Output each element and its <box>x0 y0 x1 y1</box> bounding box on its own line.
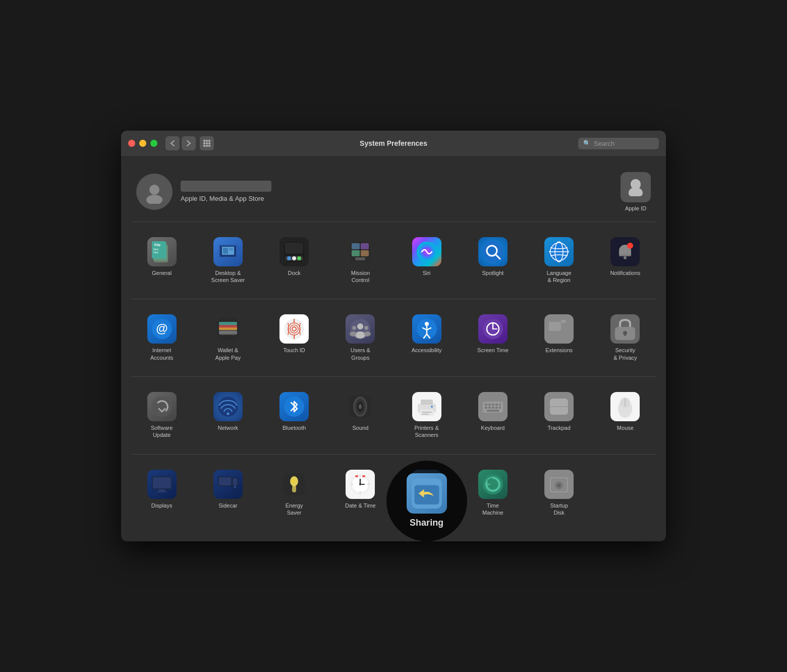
pref-item-wallet[interactable]: Wallet &Apple Pay <box>197 309 258 366</box>
pref-item-datetime[interactable]: Date & Time <box>330 465 391 522</box>
search-input[interactable] <box>594 140 654 147</box>
pref-label-displays: Displays <box>151 502 173 509</box>
pref-item-screentime[interactable]: Screen Time <box>462 309 523 366</box>
timemachine-icon <box>478 470 508 499</box>
svg-point-123 <box>234 486 236 487</box>
close-button[interactable] <box>128 140 135 147</box>
svg-rect-116 <box>153 477 171 488</box>
pref-label-trackpad: Trackpad <box>547 424 570 431</box>
pref-item-sound[interactable]: Sound <box>330 387 391 444</box>
pref-label-wallet: Wallet &Apple Pay <box>215 347 241 361</box>
pref-item-sidecar[interactable]: Sidecar <box>197 465 258 522</box>
forward-button[interactable] <box>182 136 196 150</box>
pref-item-mouse[interactable]: Mouse <box>595 387 656 444</box>
svg-point-130 <box>359 491 361 493</box>
pref-item-keyboard[interactable]: Keyboard <box>462 387 523 444</box>
svg-rect-108 <box>499 407 501 409</box>
pref-item-software[interactable]: SoftwareUpdate <box>131 387 192 444</box>
pref-item-language[interactable]: Language& Region <box>529 232 590 289</box>
svg-point-65 <box>364 331 371 337</box>
user-info: Apple ID, Media & App Store <box>181 181 271 202</box>
pref-item-notifications[interactable]: Notifications <box>595 232 656 289</box>
siri-icon <box>412 237 441 266</box>
svg-rect-6 <box>203 145 205 147</box>
svg-rect-30 <box>361 243 369 249</box>
pref-label-general: General <box>152 269 172 276</box>
pref-label-siri: Siri <box>423 269 431 276</box>
svg-rect-106 <box>492 407 494 409</box>
pref-label-language: Language& Region <box>547 269 572 284</box>
pref-item-displays[interactable]: Displays <box>131 465 192 522</box>
svg-point-67 <box>425 322 429 326</box>
svg-point-61 <box>355 331 365 339</box>
internet-icon: @ <box>147 314 177 344</box>
mission-icon <box>346 237 375 266</box>
pref-label-desktop: Desktop &Screen Saver <box>211 269 245 284</box>
pref-item-extensions[interactable]: Extensions <box>529 309 590 366</box>
pref-item-startup[interactable]: StartupDisk <box>529 465 590 522</box>
pref-item-internet[interactable]: @ InternetAccounts <box>131 309 192 366</box>
pref-item-security[interactable]: Security& Privacy <box>595 309 656 366</box>
pref-item-printers[interactable]: Printers &Scanners <box>396 387 457 444</box>
user-name-bar <box>181 181 271 192</box>
minimize-button[interactable] <box>139 140 146 147</box>
section-network: SoftwareUpdate Network <box>131 387 656 455</box>
svg-point-91 <box>359 404 362 409</box>
svg-rect-21 <box>229 248 233 251</box>
svg-point-148 <box>558 484 560 486</box>
svg-rect-3 <box>203 142 205 144</box>
search-box[interactable]: 🔍 <box>578 138 659 149</box>
system-preferences-window: System Preferences 🔍 Apple ID, Media & A… <box>121 131 666 541</box>
apple-id-icon-box[interactable]: Apple ID <box>621 172 651 211</box>
svg-point-62 <box>352 326 356 330</box>
traffic-lights <box>128 140 157 147</box>
svg-rect-2 <box>208 140 210 142</box>
svg-rect-136 <box>355 475 358 477</box>
mouse-icon <box>610 392 640 421</box>
svg-point-131 <box>351 483 353 485</box>
pref-item-accessibility[interactable]: Accessibility <box>396 309 457 366</box>
keyboard-icon <box>478 392 508 421</box>
pref-item-dock[interactable]: Dock <box>264 232 325 289</box>
pref-item-general[interactable]: File New Ope General <box>131 232 192 289</box>
pref-label-mouse: Mouse <box>617 424 634 431</box>
pref-item-energy[interactable]: EnergySaver <box>264 465 325 522</box>
pref-label-energy: EnergySaver <box>286 502 303 517</box>
svg-rect-118 <box>157 491 167 492</box>
pref-item-users[interactable]: Users &Groups <box>330 309 391 366</box>
pref-item-timemachine[interactable]: TimeMachine <box>462 465 523 522</box>
svg-rect-4 <box>206 142 208 144</box>
energy-icon <box>279 470 309 499</box>
pref-item-touchid[interactable]: Touch ID <box>264 309 325 366</box>
grid-view-button[interactable] <box>200 136 214 150</box>
svg-point-26 <box>297 256 301 260</box>
svg-rect-1 <box>206 140 208 142</box>
svg-rect-93 <box>421 400 433 405</box>
pref-label-startup: StartupDisk <box>550 502 568 517</box>
svg-point-44 <box>627 243 633 249</box>
pref-item-network[interactable]: Network <box>197 387 258 444</box>
pref-item-empty <box>595 465 656 522</box>
pref-item-spotlight[interactable]: Spotlight <box>462 232 523 289</box>
svg-rect-0 <box>203 140 205 142</box>
pref-item-sharing[interactable]: Sharing Sharing <box>396 465 457 522</box>
search-icon: 🔍 <box>583 140 591 147</box>
pref-item-desktop[interactable]: Desktop &Screen Saver <box>197 232 258 289</box>
pref-label-extensions: Extensions <box>545 347 573 354</box>
wallet-icon <box>213 314 243 344</box>
svg-rect-122 <box>233 478 237 485</box>
pref-item-bluetooth[interactable]: Bluetooth <box>264 387 325 444</box>
pref-item-mission[interactable]: MissionControl <box>330 232 391 289</box>
back-button[interactable] <box>165 136 180 150</box>
nav-buttons <box>165 136 196 150</box>
maximize-button[interactable] <box>150 140 157 147</box>
datetime-icon <box>346 470 375 499</box>
pref-item-trackpad[interactable]: Trackpad <box>529 387 590 444</box>
svg-rect-79 <box>549 331 569 339</box>
pref-label-printers: Printers &Scanners <box>414 424 438 439</box>
apple-id-icon <box>621 172 651 202</box>
pref-item-siri[interactable]: Siri <box>396 232 457 289</box>
pref-label-timemachine: TimeMachine <box>482 502 503 517</box>
pref-label-sidecar: Sidecar <box>218 502 237 509</box>
svg-point-24 <box>287 256 291 260</box>
